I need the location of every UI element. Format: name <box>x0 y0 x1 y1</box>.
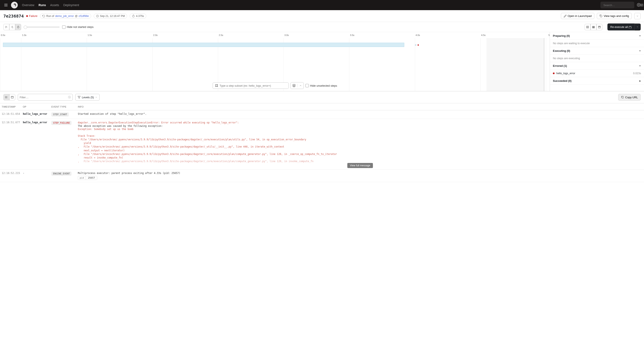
logo[interactable] <box>11 2 18 8</box>
job-link[interactable]: demo_job_error <box>55 14 74 18</box>
col-info[interactable]: INFO <box>76 103 644 110</box>
section-errored[interactable]: Errored (1)▼ <box>550 62 644 70</box>
zoom-slider[interactable] <box>24 27 60 28</box>
layer-control[interactable] <box>290 82 304 89</box>
commit-link[interactable]: cf1df98e <box>79 14 89 18</box>
search-shortcut: / <box>640 4 643 6</box>
layout-3-icon[interactable] <box>596 24 602 30</box>
caret-down-icon: ▼ <box>639 35 641 37</box>
menu-icon[interactable] <box>4 2 8 8</box>
top-nav: Overview Runs Assets Deployment <box>22 4 79 7</box>
section-preparing[interactable]: Preparing (0)▼ <box>550 32 644 40</box>
gantt-panel[interactable]: 0.5s 1.0s1.5s 2.0s2.5s 3.0s3.5s 4.0s4.5s… <box>0 32 550 91</box>
nav-overview[interactable]: Overview <box>22 4 34 7</box>
chevron-down-icon <box>636 26 638 28</box>
tag-icon <box>600 14 602 18</box>
gantt-step-markers <box>415 44 419 46</box>
clear-icon[interactable]: ⓧ <box>68 95 71 99</box>
svg-rect-24 <box>592 26 594 26</box>
log-filter-input[interactable]: ⓧ <box>18 94 73 100</box>
svg-rect-23 <box>586 27 588 28</box>
view-full-message-button[interactable]: View full message <box>347 163 373 168</box>
chevron-down-icon <box>636 15 639 17</box>
errored-step-item[interactable]: hello_logs_error0.023s <box>550 70 644 77</box>
svg-point-31 <box>216 86 216 87</box>
layout-1-icon[interactable] <box>584 24 590 30</box>
section-executing[interactable]: Executing (0)▼ <box>550 47 644 55</box>
section-succeeded[interactable]: Succeeded (0)▶ <box>550 77 644 85</box>
svg-point-43 <box>5 98 6 98</box>
open-launchpad-button[interactable]: Open in Launchpad <box>561 13 594 19</box>
status-badge: Failure <box>26 14 38 18</box>
ruler: 0.5s 1.0s1.5s 2.0s2.5s 3.0s3.5s 4.0s4.5s… <box>0 32 550 38</box>
view-timer-icon[interactable] <box>15 24 21 30</box>
hide-unselected-checkbox[interactable]: Hide unselected steps <box>306 84 337 87</box>
svg-marker-46 <box>78 96 80 98</box>
raw-log-icon[interactable] <box>9 94 15 100</box>
svg-point-42 <box>5 97 6 97</box>
log-row[interactable]: 12:16:51.677 hello_logs_error STEP_FAILU… <box>0 119 644 170</box>
nav-runs[interactable]: Runs <box>38 4 46 7</box>
view-gantt-icon[interactable] <box>4 24 9 30</box>
svg-rect-26 <box>592 28 594 28</box>
svg-rect-27 <box>598 26 600 26</box>
funnel-icon <box>78 96 80 99</box>
structured-log-icon[interactable] <box>4 94 9 100</box>
edit-icon <box>564 14 566 18</box>
run-id: 7e236874 <box>4 14 24 18</box>
log-table: TIMESTAMP OP EVENT TYPE INFO 12:16:51.65… <box>0 103 644 182</box>
col-timestamp[interactable]: TIMESTAMP <box>0 103 21 110</box>
chevron-down-icon <box>95 96 97 98</box>
svg-point-7 <box>638 4 639 5</box>
svg-point-19 <box>17 26 19 28</box>
timestamp-pill: Sep 21, 12:16:47 PM <box>94 14 127 18</box>
caret-right-icon: ▶ <box>639 80 641 82</box>
executing-empty: No steps are executing <box>550 55 644 62</box>
preparing-empty: No steps are waiting to execute <box>550 40 644 47</box>
levels-dropdown[interactable]: Levels (5) <box>75 94 100 100</box>
reexecute-button[interactable]: Re-execute all (*) <box>608 24 634 30</box>
clock-icon <box>96 14 99 18</box>
view-flat-icon[interactable] <box>9 24 15 30</box>
svg-rect-25 <box>592 27 594 27</box>
copy-url-button[interactable]: Copy URL <box>618 94 640 100</box>
settings-icon[interactable] <box>637 3 640 8</box>
hide-not-started-checkbox[interactable]: Hide not started steps <box>62 25 94 29</box>
layers-icon <box>291 84 298 87</box>
layout-2-icon[interactable] <box>590 24 596 30</box>
col-op[interactable]: OP <box>21 103 50 110</box>
layout-group <box>584 24 602 30</box>
svg-rect-47 <box>622 96 624 98</box>
gantt-step-bar[interactable] <box>3 43 404 47</box>
pid-kv: pid25657 <box>78 176 97 180</box>
log-view-group <box>4 94 15 100</box>
steps-sidebar: Preparing (0)▼ No steps are waiting to e… <box>550 32 644 91</box>
log-row[interactable]: 12:16:52.215 - ENGINE_EVENT Multiprocess… <box>0 169 644 182</box>
svg-rect-22 <box>586 26 588 27</box>
nav-assets[interactable]: Assets <box>50 4 59 7</box>
col-event-type[interactable]: EVENT TYPE <box>50 103 76 110</box>
svg-point-30 <box>217 84 218 85</box>
nav-deployment[interactable]: Deployment <box>63 4 79 7</box>
svg-rect-44 <box>11 96 14 98</box>
duration-pill: 4.375s <box>130 14 146 18</box>
svg-point-4 <box>14 4 15 5</box>
search-input[interactable]: / <box>600 2 634 8</box>
svg-point-12 <box>600 15 601 16</box>
gantt-cursor <box>486 38 544 91</box>
history-icon <box>42 14 45 18</box>
svg-point-32 <box>217 86 218 87</box>
svg-rect-28 <box>598 27 600 28</box>
step-subset-input[interactable] <box>213 82 289 89</box>
more-button[interactable] <box>634 13 640 19</box>
view-tags-button[interactable]: View tags and config <box>597 13 632 19</box>
log-row[interactable]: 12:16:51.654 hello_logs_error STEP_START… <box>0 110 644 119</box>
graph-icon <box>215 84 218 87</box>
timer-icon <box>132 14 135 18</box>
reexecute-caret[interactable] <box>634 24 640 30</box>
clipboard-icon <box>621 96 624 99</box>
caret-down-icon: ▼ <box>639 65 641 67</box>
svg-marker-37 <box>292 84 295 86</box>
run-of-pill[interactable]: Run of demo_job_error @ cf1df98e <box>40 14 91 18</box>
chevron-up-icon <box>298 84 304 87</box>
